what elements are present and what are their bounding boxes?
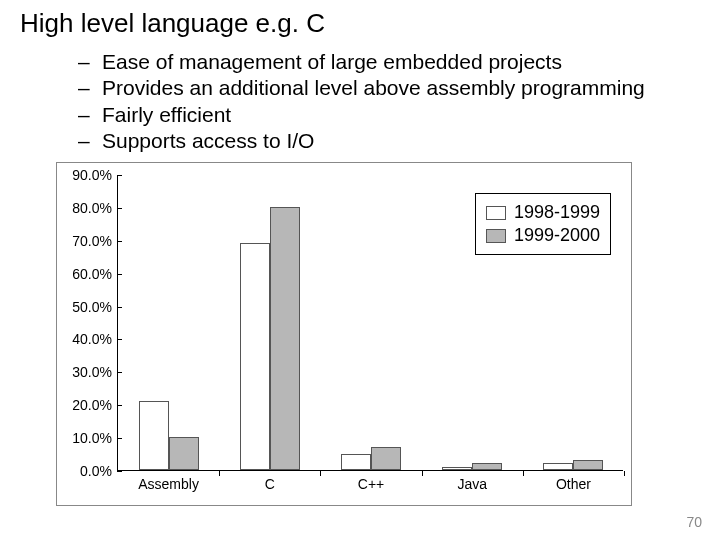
bar xyxy=(270,207,300,470)
x-axis-label: C xyxy=(215,476,325,492)
y-axis-tick: 50.0% xyxy=(68,299,112,315)
x-axis-label: C++ xyxy=(316,476,426,492)
y-axis-tick: 0.0% xyxy=(68,463,112,479)
bar xyxy=(169,437,199,470)
legend-label: 1998-1999 xyxy=(514,202,600,223)
bullet-list: –Ease of management of large embedded pr… xyxy=(78,49,700,154)
legend-label: 1999-2000 xyxy=(514,225,600,246)
y-axis-tick: 60.0% xyxy=(68,266,112,282)
bar xyxy=(442,467,472,470)
y-axis-tick: 70.0% xyxy=(68,233,112,249)
y-axis-tick: 80.0% xyxy=(68,200,112,216)
x-axis-label: Java xyxy=(417,476,527,492)
bar xyxy=(341,454,371,470)
list-item: –Provides an additional level above asse… xyxy=(78,75,700,101)
x-axis-label: Assembly xyxy=(114,476,224,492)
bar xyxy=(472,463,502,470)
y-axis-tick: 10.0% xyxy=(68,430,112,446)
bar xyxy=(543,463,573,470)
bar xyxy=(240,243,270,470)
x-axis-label: Other xyxy=(518,476,628,492)
bar xyxy=(139,401,169,470)
y-axis-tick: 90.0% xyxy=(68,167,112,183)
page-number: 70 xyxy=(686,514,702,530)
bar xyxy=(371,447,401,470)
list-item: –Supports access to I/O xyxy=(78,128,700,154)
legend-swatch-icon xyxy=(486,206,506,220)
list-item: –Ease of management of large embedded pr… xyxy=(78,49,700,75)
bar-chart: 1998-1999 1999-2000 0.0%10.0%20.0%30.0%4… xyxy=(56,162,632,506)
bar xyxy=(573,460,603,470)
legend-swatch-icon xyxy=(486,229,506,243)
y-axis-tick: 30.0% xyxy=(68,364,112,380)
slide-title: High level language e.g. C xyxy=(20,8,700,39)
legend-item: 1998-1999 xyxy=(486,202,600,223)
list-item: –Fairly efficient xyxy=(78,102,700,128)
y-axis-tick: 40.0% xyxy=(68,331,112,347)
y-axis-tick: 20.0% xyxy=(68,397,112,413)
legend: 1998-1999 1999-2000 xyxy=(475,193,611,255)
legend-item: 1999-2000 xyxy=(486,225,600,246)
